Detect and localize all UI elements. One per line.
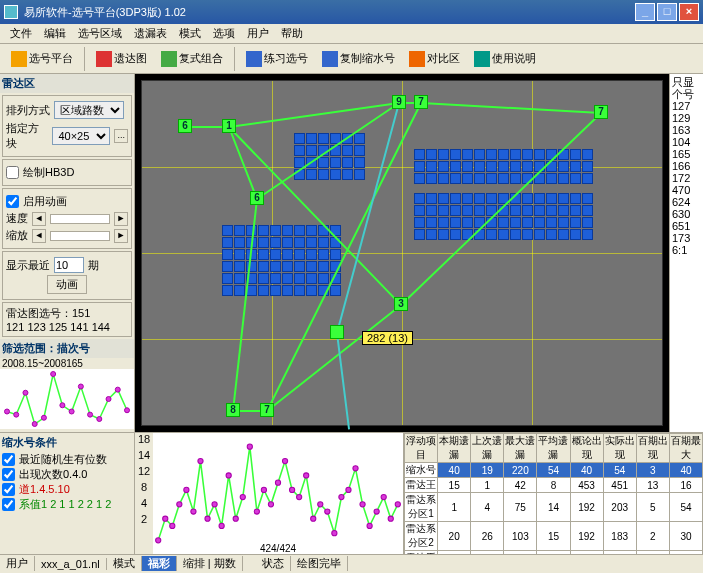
svg-point-19	[191, 509, 196, 514]
table-header: 最大遗漏	[504, 434, 537, 463]
statusbar: 用户xxx_a_01.nl模式福彩缩排 | 期数状态绘图完毕	[0, 554, 703, 572]
rightcol-value: 6:1	[672, 244, 701, 256]
svg-point-24	[226, 473, 231, 478]
zoom-down[interactable]: ◄	[32, 229, 46, 243]
filter-label: 系值1 2 1 1 2 2 1 2	[19, 497, 111, 512]
table-row[interactable]: 雷达系分区1147514192203554	[405, 493, 703, 522]
stats-table: 浮动项目本期遗漏上次遗漏最大遗漏平均遗漏概论出现实际出现百期出现百期最大缩水号4…	[403, 433, 703, 554]
canvas-node[interactable]: 6	[178, 119, 192, 133]
filter-label: 道1.4.5.10	[19, 482, 70, 497]
speed-slider[interactable]	[50, 214, 110, 224]
anim-button[interactable]: 动画	[47, 275, 87, 294]
recent-input[interactable]	[54, 257, 84, 273]
maximize-button[interactable]: □	[657, 3, 677, 21]
canvas-node[interactable]: 9	[392, 95, 406, 109]
svg-point-4	[41, 415, 46, 420]
status-cell: 用户	[0, 556, 35, 571]
menubar: 文件 编辑 选号区域 遗漏表 模式 选项 用户 帮助	[0, 24, 703, 44]
canvas-node[interactable]: 6	[250, 191, 264, 205]
canvas-node[interactable]: 1	[222, 119, 236, 133]
menu-miss[interactable]: 遗漏表	[128, 26, 173, 41]
table-header: 平均遗漏	[537, 434, 570, 463]
close-button[interactable]: ×	[679, 3, 699, 21]
rightcol-value: 127	[672, 100, 701, 112]
menu-edit[interactable]: 编辑	[38, 26, 72, 41]
app-icon	[4, 5, 18, 19]
table-row[interactable]: 雷达系分区2202610315192183230	[405, 522, 703, 551]
filter-check-3[interactable]	[2, 498, 15, 511]
help-icon	[474, 51, 490, 67]
svg-point-10	[97, 417, 102, 422]
menu-mode[interactable]: 模式	[173, 26, 207, 41]
tb-radar[interactable]: 遗达图	[91, 48, 152, 70]
tb-practice[interactable]: 练习选号	[241, 48, 313, 70]
menu-option[interactable]: 选项	[207, 26, 241, 41]
svg-point-13	[125, 408, 130, 413]
titlebar: 易所软件-选号平台(3DP3版) 1.02 _ □ ×	[0, 0, 703, 24]
filter-title: 缩水号条件	[0, 433, 134, 452]
zoom-up[interactable]: ►	[114, 229, 128, 243]
toolbar: 选号平台 遗达图 复式组合 练习选号 复制缩水号 对比区 使用说明	[0, 44, 703, 74]
tb-platform[interactable]: 选号平台	[6, 48, 78, 70]
status-cell: 绘图完毕	[291, 556, 348, 571]
tb-help[interactable]: 使用说明	[469, 48, 541, 70]
svg-point-26	[240, 495, 245, 500]
menu-help[interactable]: 帮助	[275, 26, 309, 41]
radar-canvas[interactable]: 619776873282 (13)	[141, 80, 663, 426]
speed-up[interactable]: ►	[114, 212, 128, 226]
copy-icon	[322, 51, 338, 67]
chk-edge[interactable]	[6, 166, 19, 179]
grid-select[interactable]: 40×25	[52, 127, 110, 145]
canvas-node[interactable]: 3	[394, 297, 408, 311]
svg-point-17	[177, 502, 182, 507]
tb-copy[interactable]: 复制缩水号	[317, 48, 400, 70]
sort-label: 排列方式	[6, 103, 50, 118]
radar-sel-title: 雷达图选号：151	[6, 306, 128, 321]
svg-point-14	[156, 538, 161, 543]
table-header: 百期出现	[636, 434, 669, 463]
sort-select[interactable]: 区域路数	[54, 101, 124, 119]
table-row[interactable]: 雷达王1514284534511316	[405, 478, 703, 493]
canvas-label: 282 (13)	[362, 331, 413, 345]
radar-sel-nums: 121 123 125 141 144	[6, 321, 128, 333]
svg-point-21	[205, 516, 210, 521]
tb-combo[interactable]: 复式组合	[156, 48, 228, 70]
svg-point-46	[381, 495, 386, 500]
svg-point-37	[318, 502, 323, 507]
table-header: 概论出现	[570, 434, 603, 463]
menu-region[interactable]: 选号区域	[72, 26, 128, 41]
table-row[interactable]: 缩水号4019220544054340	[405, 463, 703, 478]
table-row[interactable]: 雷达系分区3447410192173325	[405, 551, 703, 555]
filter-label: 最近随机生有位数	[19, 452, 107, 467]
status-cell: 福彩	[142, 556, 177, 571]
filter-check-1[interactable]	[2, 468, 15, 481]
svg-point-16	[170, 523, 175, 528]
canvas-node[interactable]: 7	[414, 95, 428, 109]
status-cell: 缩排 | 期数	[177, 556, 243, 571]
chk-anim[interactable]	[6, 195, 19, 208]
canvas-node[interactable]	[330, 325, 344, 339]
filter-label: 出现次数0.4.0	[19, 467, 87, 482]
radar-icon	[96, 51, 112, 67]
canvas-node[interactable]: 7	[260, 403, 274, 417]
grid-edit-button[interactable]: ...	[114, 129, 128, 143]
canvas-node[interactable]: 7	[594, 105, 608, 119]
speed-down[interactable]: ◄	[32, 212, 46, 226]
filter-check-2[interactable]	[2, 483, 15, 496]
table-header: 上次遗漏	[471, 434, 504, 463]
svg-point-31	[275, 480, 280, 485]
filter-check-0[interactable]	[2, 453, 15, 466]
minimize-button[interactable]: _	[635, 3, 655, 21]
status-cell: 模式	[107, 556, 142, 571]
left-panel: 雷达区 排列方式 区域路数 指定方块 40×25 ... 绘制HB3D 启用动画…	[0, 74, 135, 432]
tb-compare[interactable]: 对比区	[404, 48, 465, 70]
svg-point-3	[32, 422, 37, 427]
svg-point-41	[346, 487, 351, 492]
canvas-node[interactable]: 8	[226, 403, 240, 417]
rightcol-value: 172	[672, 172, 701, 184]
svg-point-12	[115, 387, 120, 392]
menu-user[interactable]: 用户	[241, 26, 275, 41]
menu-file[interactable]: 文件	[4, 26, 38, 41]
zoom-slider[interactable]	[50, 231, 110, 241]
svg-point-6	[60, 403, 65, 408]
